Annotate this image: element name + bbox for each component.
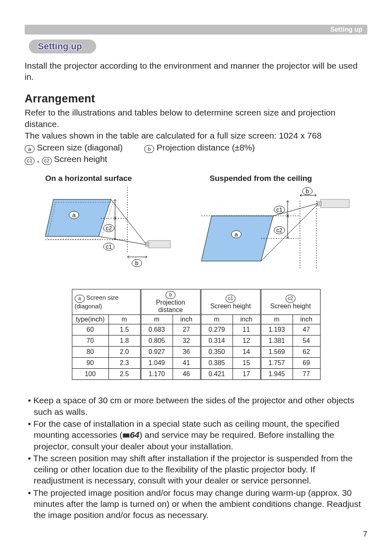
note-1: • Keep a space of 30 cm or more between … xyxy=(25,395,367,417)
svg-text:a: a xyxy=(235,231,238,238)
label-a-icon: a xyxy=(25,145,35,153)
section-pill: Setting up xyxy=(29,39,96,53)
intro-paragraph: Install the projector according to the e… xyxy=(25,60,367,83)
svg-text:a: a xyxy=(72,212,76,218)
arrangement-title: Arrangement xyxy=(25,92,367,105)
svg-text:c2: c2 xyxy=(277,227,283,234)
def-a: Screen size (diagonal) xyxy=(35,143,123,152)
book-icon xyxy=(122,433,130,439)
svg-rect-21 xyxy=(317,201,321,206)
def-c: Screen height xyxy=(52,154,107,164)
arrangement-text: Refer to the illustrations and tables be… xyxy=(25,107,367,165)
illustration-horizontal: a c2 c1 b xyxy=(45,187,177,269)
svg-rect-20 xyxy=(321,199,349,208)
section-pill-text: Setting up xyxy=(38,41,82,52)
header-tab-label: Setting up xyxy=(330,26,362,33)
note-4: • The projected image position and/or fo… xyxy=(25,487,367,521)
svg-rect-6 xyxy=(145,242,149,246)
svg-text:c1: c1 xyxy=(277,206,283,213)
svg-rect-5 xyxy=(148,240,171,248)
svg-text:b: b xyxy=(306,188,309,194)
arrangement-para2: The values shown in the table are calcul… xyxy=(25,130,367,141)
svg-marker-25 xyxy=(201,216,273,261)
table-row: 701.80.805320.314121.38154 xyxy=(72,335,320,347)
table-row: 902.31.049410.385151.75769 xyxy=(72,358,320,369)
table-row: 1002.51.170460.421171.94577 xyxy=(72,369,320,380)
arrangement-para1: Refer to the illustrations and tables be… xyxy=(25,107,367,130)
table-row: 802.00.927360.350141.56962 xyxy=(72,347,320,358)
label-c1-icon: c1 xyxy=(25,157,35,165)
note-3: • The screen position may shift after in… xyxy=(25,453,367,486)
label-b-icon: b xyxy=(144,145,154,153)
illustration-ceiling: b c1 c2 a xyxy=(201,187,366,273)
svg-text:c2: c2 xyxy=(106,225,112,231)
label-c2-icon: c2 xyxy=(42,157,52,165)
svg-text:c1: c1 xyxy=(106,243,112,250)
illus-left-title: On a horizontal surface xyxy=(45,174,177,183)
notes-list: • Keep a space of 30 cm or more between … xyxy=(25,395,367,520)
header-bar: Setting up xyxy=(25,25,367,35)
svg-line-29 xyxy=(261,204,318,261)
projection-table: a Screen size(diagonal) bProjection dist… xyxy=(72,289,321,380)
def-b: Projection distance (±8%) xyxy=(154,143,255,152)
note-2: • For the case of installation in a spec… xyxy=(25,418,367,452)
svg-line-7 xyxy=(111,199,146,244)
table-row: 601.50.683270.279111.19347 xyxy=(72,324,320,335)
svg-text:b: b xyxy=(135,260,138,266)
page-number: 7 xyxy=(363,530,367,539)
illus-right-title: Suspended from the ceiling xyxy=(201,174,366,183)
